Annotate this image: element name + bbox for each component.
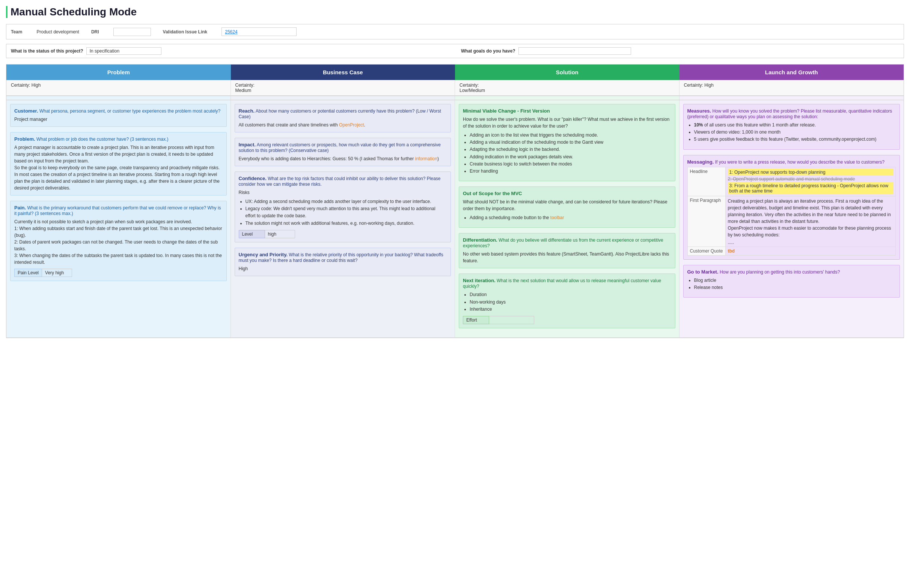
confidence-risks: Risks xyxy=(239,189,447,196)
pain-body-text: Currently it is not possible to sketch a… xyxy=(14,218,223,266)
headline-label: Headline xyxy=(687,167,725,196)
status-item-1: What is the status of this project? In s… xyxy=(11,47,449,55)
problem-card: Problem. What problem or job does the cu… xyxy=(10,132,227,195)
measures-bullet-1: 10% of all users use this feature within… xyxy=(694,121,896,129)
status-value-2[interactable] xyxy=(519,47,631,55)
mvc-question: How do we solve the user's problem. What… xyxy=(463,116,671,129)
business-certainty: Certainty: Medium xyxy=(231,80,455,96)
messaging-title: Messaging. If you were to write a press … xyxy=(687,159,896,165)
dri-input[interactable] xyxy=(113,28,151,36)
status-question-2: What goals do you have? xyxy=(461,48,516,54)
pain-level-value: Very high xyxy=(42,269,72,277)
diff-title-bold: Differentiation. xyxy=(463,237,498,243)
column-headers: Problem Business Case Solution Launch an… xyxy=(6,64,904,80)
problem-certainty: Certainty: High xyxy=(6,80,231,96)
problem-title-bold: Problem. xyxy=(14,136,35,142)
launch-header: Launch and Growth xyxy=(679,65,904,80)
toolbar-link: toolbar xyxy=(550,215,564,220)
measures-bullets-list: 10% of all users use this feature within… xyxy=(687,121,896,143)
oos-question: What should NOT be in the minimal viable… xyxy=(463,199,671,212)
customer-question: What persona, persona segment, or custom… xyxy=(38,108,221,114)
mvc-card: Minimal Viable Change - First Version Ho… xyxy=(459,104,676,181)
first-para-text: Creating a project plan is always an ite… xyxy=(728,198,893,238)
oos-title: Out of Scope for the MVC xyxy=(463,191,671,196)
pain-question-text: What is the primary workaround that cust… xyxy=(14,205,221,216)
pain-body-p: Currently it is not possible to sketch a… xyxy=(14,218,223,266)
confidence-body: Risks UX: Adding a second scheduling mod… xyxy=(239,189,447,227)
mvc-bullet-3: Adapting the scheduling logic in the bac… xyxy=(470,146,671,153)
measures-question: How will you know you solved the problem… xyxy=(687,108,892,120)
dri-label: DRI xyxy=(91,29,99,34)
mvc-bullet-2: Adding a visual indication of the schedu… xyxy=(470,139,671,146)
pain-title-bold: Pain. xyxy=(14,205,26,210)
confidence-level-label: Level xyxy=(239,230,265,238)
diff-card: Differentiation. What do you believe wil… xyxy=(459,233,676,268)
messaging-title-bold: Messaging. xyxy=(687,159,714,165)
confidence-title: Confidence. What are the top risk factor… xyxy=(239,176,447,187)
reach-card: Reach. About how many customers or poten… xyxy=(234,104,451,132)
problem-question-text: What problem or job does the customer ha… xyxy=(35,137,168,142)
validation-link[interactable]: 25624 xyxy=(225,29,237,34)
pain-card: Pain. What is the primary workaround tha… xyxy=(10,201,227,281)
first-para-row: First Paragraph Creating a project plan … xyxy=(687,196,896,247)
reach-title-bold: Reach. xyxy=(239,108,255,114)
go-to-market-card: Go to Market. How are you planning on ge… xyxy=(683,265,900,297)
headline-item-2: 2: OpenProject support automatic and man… xyxy=(728,176,893,182)
impact-title: Impact. Among relevant customers or pros… xyxy=(239,142,447,153)
urgency-value: High xyxy=(239,265,447,272)
go-bullet-2: Release notes xyxy=(694,284,896,291)
confidence-bullet-2: Legacy code: We didn't spend very much a… xyxy=(246,205,447,220)
messaging-question: If you were to write a press release, ho… xyxy=(714,160,884,165)
headline-row: Headline 1: OpenProject now supports top… xyxy=(687,167,896,196)
customer-title-bold: Customer. xyxy=(14,108,38,114)
next-title: Next iteration. What is the next solutio… xyxy=(463,278,671,289)
customer-value: Project manager xyxy=(14,116,223,123)
mvc-bullet-1: Adding an icon to the list view that tri… xyxy=(470,132,671,139)
diff-body: No other web based system provides this … xyxy=(463,250,671,264)
go-bullets-list: Blog article Release notes xyxy=(687,277,896,291)
measures-title-bold: Measures. xyxy=(687,108,711,114)
solution-certainty-text: Certainty: Low/Medium xyxy=(459,82,485,93)
customer-quote-row: Customer Quote tbd xyxy=(687,247,896,255)
go-question: How are you planning on getting this int… xyxy=(719,270,840,275)
customer-card: Customer. What persona, persona segment,… xyxy=(10,104,227,127)
next-card: Next iteration. What is the next solutio… xyxy=(459,273,676,328)
spacer-row xyxy=(6,96,904,100)
first-para-dots: ..... xyxy=(728,240,893,245)
validation-input-box[interactable]: 25624 xyxy=(221,27,297,36)
team-label: Team xyxy=(11,29,22,34)
customer-quote-label: Customer Quote xyxy=(687,247,725,255)
confidence-card: Confidence. What are the top risk factor… xyxy=(234,171,451,242)
solution-certainty: Certainty: Low/Medium xyxy=(455,80,679,96)
oos-title-bold: Out of Scope for the MVC xyxy=(463,191,522,196)
measures-card: Measures. How will you know you solved t… xyxy=(683,104,900,150)
status-row: What is the status of this project? In s… xyxy=(6,44,904,58)
certainty-row: Certainty: High Certainty: Medium Certai… xyxy=(6,80,904,96)
problem-header: Problem xyxy=(6,65,231,80)
oos-bullet-1: Adding a scheduling mode button to the t… xyxy=(470,214,671,221)
problem-card-title: Problem. What problem or job does the cu… xyxy=(14,136,223,142)
effort-label: Effort xyxy=(463,316,489,324)
oos-card: Out of Scope for the MVC What should NOT… xyxy=(459,186,676,228)
impact-question: Among relevant customers or prospects, h… xyxy=(239,142,441,153)
status-value-1[interactable]: In specification xyxy=(86,47,162,55)
mvc-title-bold: Minimal Viable Change - First Version xyxy=(463,108,550,114)
impact-body: Everybody who is adding dates to Hierarc… xyxy=(239,155,447,162)
tbd-text: tbd xyxy=(728,249,735,254)
team-value: Product development xyxy=(36,29,79,34)
confidence-title-bold: Confidence. xyxy=(239,176,267,181)
reach-question: About how many customers or potential cu… xyxy=(239,108,441,120)
problem-body-text: A project manager is accountable to crea… xyxy=(14,144,223,191)
business-header: Business Case xyxy=(231,65,455,80)
mvc-title: Minimal Viable Change - First Version xyxy=(463,108,671,114)
effort-row: Effort xyxy=(463,316,671,324)
impact-body2: ) xyxy=(437,156,439,162)
launch-certainty: Certainty: High xyxy=(679,80,904,96)
pain-card-title: Pain. What is the primary workaround tha… xyxy=(14,205,223,216)
launch-column: Measures. How will you know you solved t… xyxy=(679,100,904,338)
solution-column: Minimal Viable Change - First Version Ho… xyxy=(455,100,679,338)
status-question-1: What is the status of this project? xyxy=(11,48,83,54)
urgency-title-bold: Urgency and Priority. xyxy=(239,252,288,257)
messaging-card: Messaging. If you were to write a press … xyxy=(683,155,900,260)
mvc-bullet-5: Create business logic to switch between … xyxy=(470,161,671,168)
